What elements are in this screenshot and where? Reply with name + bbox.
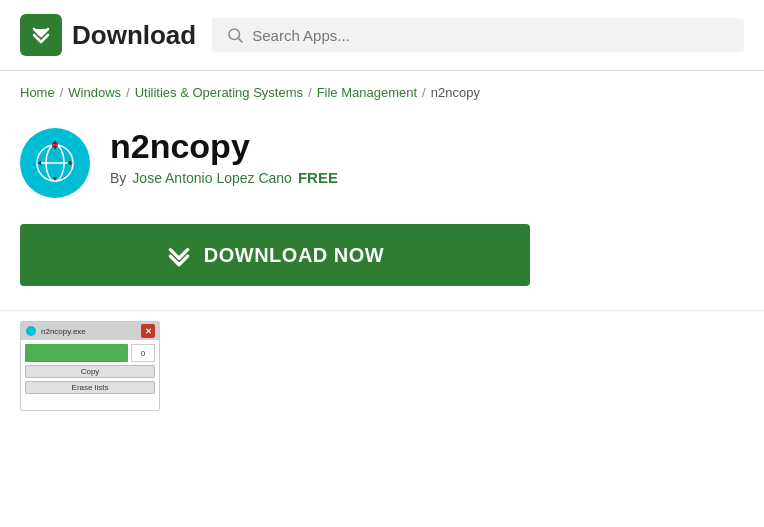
screenshot-thumbnail[interactable]: n2ncopy.exe ✕ 0 Copy Erase lists [20, 321, 160, 411]
breadcrumb-sep-4: / [422, 85, 426, 100]
screenshot-close-btn: ✕ [141, 324, 155, 338]
screenshot-num-1: 0 [131, 344, 155, 362]
screenshot-erase-btn: Erase lists [25, 381, 155, 394]
app-icon [20, 128, 90, 198]
svg-point-0 [229, 29, 240, 40]
app-icon-svg [30, 138, 80, 188]
breadcrumb-file-management[interactable]: File Management [317, 85, 417, 100]
app-price: FREE [298, 169, 338, 186]
screenshot-row-1: 0 [25, 344, 155, 362]
author-link[interactable]: Jose Antonio Lopez Cano [132, 170, 292, 186]
screenshots-section: n2ncopy.exe ✕ 0 Copy Erase lists [0, 310, 764, 431]
svg-line-1 [239, 38, 243, 42]
breadcrumb-sep-3: / [308, 85, 312, 100]
download-btn-label: DOWNLOAD NOW [204, 244, 384, 267]
screenshot-titlebar: n2ncopy.exe ✕ [21, 322, 159, 340]
logo-link[interactable]: Download [20, 14, 196, 56]
search-input[interactable] [252, 27, 730, 44]
download-now-button[interactable]: DOWNLOAD NOW [20, 224, 530, 286]
app-header: n2ncopy By Jose Antonio Lopez Cano FREE [0, 110, 764, 208]
download-btn-wrap: DOWNLOAD NOW [0, 208, 764, 302]
screenshot-progress-green [25, 344, 128, 362]
breadcrumb-utilities[interactable]: Utilities & Operating Systems [135, 85, 303, 100]
screenshot-body: 0 Copy Erase lists [21, 340, 159, 410]
app-info: n2ncopy By Jose Antonio Lopez Cano FREE [110, 128, 338, 186]
breadcrumb-sep-1: / [60, 85, 64, 100]
breadcrumb-sep-2: / [126, 85, 130, 100]
download-chevron-icon [166, 242, 192, 268]
screenshot-app-icon [25, 325, 37, 337]
screenshot-title: n2ncopy.exe [41, 327, 86, 336]
breadcrumb-current: n2ncopy [431, 85, 480, 100]
breadcrumb: Home / Windows / Utilities & Operating S… [0, 71, 764, 110]
logo-text: Download [72, 20, 196, 51]
svg-point-13 [26, 326, 36, 336]
by-label: By [110, 170, 126, 186]
breadcrumb-home[interactable]: Home [20, 85, 55, 100]
search-bar[interactable] [212, 18, 744, 52]
app-by-line: By Jose Antonio Lopez Cano FREE [110, 169, 338, 186]
search-icon [226, 26, 244, 44]
breadcrumb-windows[interactable]: Windows [68, 85, 121, 100]
site-header: Download [0, 0, 764, 71]
screenshot-copy-btn: Copy [25, 365, 155, 378]
app-name: n2ncopy [110, 128, 338, 165]
logo-chevron-icon [29, 23, 53, 47]
logo-icon [20, 14, 62, 56]
